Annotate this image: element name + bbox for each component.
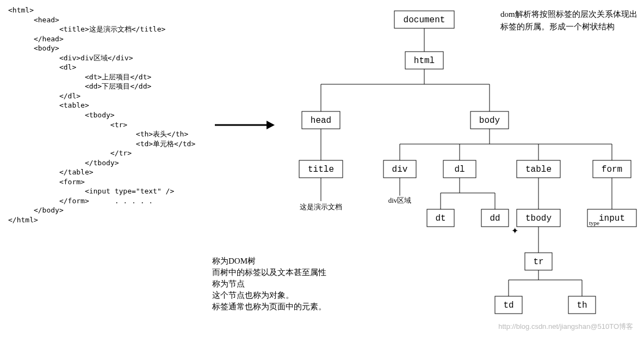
leaf-div-text: div区域: [388, 196, 412, 204]
code-line: <head>: [8, 16, 59, 24]
code-line: <html>: [8, 6, 34, 14]
code-line: <form>: [8, 178, 85, 186]
leaf-title-text: 这是演示文档: [300, 203, 342, 211]
node-table: table: [525, 165, 552, 174]
code-line: </table>: [8, 168, 94, 176]
node-input: input: [599, 214, 625, 223]
code-line: <body>: [8, 44, 59, 52]
node-body: body: [479, 116, 500, 126]
annotation-line: 标签通常也称为页面中的元素。: [212, 301, 332, 313]
arrow-icon: [215, 117, 275, 133]
code-line: <div>div区域</div>: [8, 54, 133, 62]
node-td: td: [503, 301, 513, 310]
code-line: <input type="text" />: [8, 187, 174, 195]
node-tr: tr: [533, 257, 543, 267]
code-line: <tbody>: [8, 111, 115, 119]
code-line: <table>: [8, 101, 89, 109]
node-th: th: [577, 301, 587, 310]
svg-marker-1: [267, 121, 275, 129]
annotation-line: 称为DOM树: [212, 255, 332, 267]
node-document: document: [404, 15, 445, 25]
node-dd: dd: [490, 214, 500, 223]
node-div: div: [392, 165, 408, 174]
code-line: </form> . . . . .: [8, 197, 153, 205]
node-form: form: [602, 165, 622, 174]
watermark-text: http://blog.csdn.net/jiangshan@510TO博客: [498, 322, 633, 332]
code-line: <tr>: [8, 121, 127, 129]
leaf-input-attr: type: [589, 220, 599, 226]
code-line: </tbody>: [8, 159, 119, 167]
annotation-line: 而树中的标签以及文本甚至属性称为节点: [212, 267, 332, 290]
code-line: <dl>: [8, 63, 76, 71]
code-line: </tr>: [8, 149, 132, 157]
code-line: <title>这是演示文档</title>: [8, 25, 165, 33]
node-dl: dl: [454, 165, 465, 174]
annotation-top-right: dom解析将按照标签的层次关系体现出标签的所属。形成一个树状结构: [500, 8, 639, 33]
annotation-line: 这个节点也称为对象。: [212, 290, 332, 301]
code-line: <th>表头</th>: [8, 130, 188, 138]
code-line: </dl>: [8, 92, 81, 100]
code-line: <dt>上层项目</dt>: [8, 73, 151, 81]
node-head: head: [311, 116, 331, 126]
node-title: title: [308, 165, 334, 174]
dom-tree-diagram: document html head body title 这是演示文档 div…: [283, 5, 642, 321]
node-dt: dt: [435, 214, 445, 223]
code-line: <td>单元格</td>: [8, 140, 195, 148]
node-html: html: [414, 56, 435, 66]
html-source-code: <html> <head> <title>这是演示文档</title> </he…: [8, 5, 226, 225]
node-tbody: tbody: [525, 214, 552, 223]
code-line: </html>: [8, 216, 38, 224]
code-line: <dd>下层项目</dd>: [8, 82, 151, 90]
marker-icon: ✦: [511, 226, 518, 235]
annotation-bottom: 称为DOM树 而树中的标签以及文本甚至属性称为节点 这个节点也称为对象。 标签通…: [212, 255, 332, 313]
code-line: </head>: [8, 35, 64, 43]
code-line: </body>: [8, 206, 64, 214]
